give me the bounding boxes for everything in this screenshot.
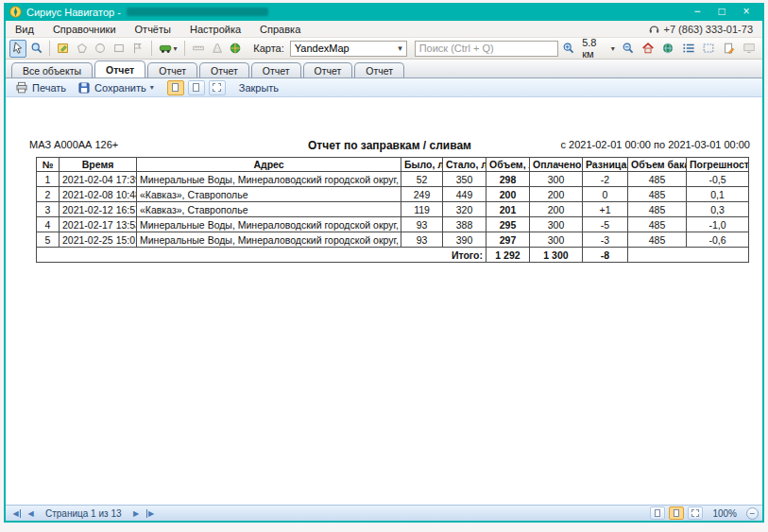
map-scale-select[interactable]: 5.8 км ▾ [580, 37, 617, 60]
zoom-whole-page-button[interactable] [669, 506, 684, 520]
menu-spravochniki[interactable]: Справочники [53, 24, 116, 35]
close-button[interactable]: × [734, 3, 759, 21]
monitor-icon [742, 42, 756, 55]
map-select[interactable]: YandexMap ▾ [290, 41, 407, 57]
col-became: Стало, л [443, 158, 486, 172]
dropdown-arrow-icon: ▾ [173, 44, 177, 53]
zoom-two-pages-button[interactable] [688, 506, 703, 520]
menu-spravka[interactable]: Справка [260, 24, 300, 35]
home-view-button[interactable] [639, 40, 657, 58]
cell-address: Минеральные Воды, Минераловодский городс… [137, 217, 401, 232]
ruler-icon [192, 42, 205, 55]
next-page-button[interactable]: ▶ [129, 507, 144, 520]
tab-report-4[interactable]: Отчет [251, 62, 301, 77]
totals-label: Итого: [37, 248, 486, 263]
support-phone: +7 (863) 333-01-73 [648, 23, 753, 35]
cell-paid: 300 [530, 232, 583, 248]
col-error: Погрешность, % [687, 158, 749, 172]
road-icon [211, 42, 224, 55]
pan-tool-button[interactable] [9, 40, 26, 58]
polygon-tool-button[interactable] [74, 40, 91, 58]
cell-became: 350 [443, 172, 486, 187]
two-pages-icon [691, 509, 699, 517]
globe-button[interactable] [659, 40, 677, 58]
map-edit-icon [57, 42, 70, 55]
cell-number: 4 [37, 217, 60, 232]
cell-was: 52 [401, 172, 443, 187]
minimize-button[interactable]: − [685, 3, 709, 21]
app-logo-icon [9, 6, 22, 18]
view-single-page-button[interactable] [167, 80, 184, 95]
tab-all-objects[interactable]: Все объекты [11, 62, 93, 77]
vehicle-menu-button[interactable]: ▾ [156, 40, 179, 58]
flag-tool-button[interactable] [129, 40, 146, 58]
previous-page-button[interactable]: ◀ [24, 507, 38, 520]
cell-tank: 485 [628, 232, 687, 248]
cell-became: 390 [443, 232, 486, 248]
ruler-tool-button[interactable] [190, 40, 207, 58]
tab-report-6[interactable]: Отчет [354, 62, 404, 77]
maximize-button[interactable]: □ [709, 3, 734, 21]
window-title-redacted [127, 8, 268, 16]
cursor-icon [11, 42, 25, 55]
edit-note-icon [723, 42, 736, 55]
save-button[interactable]: Сохранить ▾ [74, 80, 158, 95]
cell-time: 2021-02-04 17:39 [60, 172, 137, 187]
menu-nastroika[interactable]: Настройка [190, 24, 241, 35]
page-indicator: Страница 1 из 13 [45, 508, 122, 519]
search-input[interactable] [415, 41, 558, 57]
cell-address: «Кавказ», Ставрополье [137, 202, 401, 217]
page-icon [674, 509, 679, 517]
vehicle-icon [159, 42, 173, 55]
cell-was: 119 [401, 202, 443, 217]
zoom-in-button[interactable] [560, 40, 578, 58]
map-edit-button[interactable] [55, 40, 72, 58]
route-tool-button[interactable] [209, 40, 226, 58]
map-scale-value: 5.8 км [582, 37, 608, 60]
zoom-page-width-button[interactable] [650, 506, 665, 520]
cell-was: 93 [401, 217, 443, 232]
first-page-button[interactable]: ◀ [9, 507, 24, 520]
tab-report-3[interactable]: Отчет [199, 62, 249, 77]
view-fit-button[interactable] [209, 80, 226, 95]
cell-volume: 295 [486, 217, 530, 232]
cell-difference: -2 [583, 172, 628, 187]
cell-error: 0,3 [687, 202, 749, 217]
zoom-decrease-button[interactable]: − [746, 507, 759, 520]
cell-tank: 485 [628, 217, 687, 232]
menu-otchety[interactable]: Отчёты [135, 24, 171, 35]
screen-button[interactable] [741, 40, 759, 58]
close-report-button[interactable]: Закрыть [239, 82, 279, 94]
select-area-button[interactable] [700, 40, 718, 58]
circle-icon [94, 42, 107, 55]
report-vehicle: МАЗ А000АА 126+ [29, 139, 118, 150]
last-page-button[interactable]: ▶ [144, 507, 158, 520]
zoom-out-button[interactable] [619, 40, 637, 58]
cell-tank: 485 [628, 187, 687, 202]
tab-report-5[interactable]: Отчет [303, 62, 353, 77]
menu-vid[interactable]: Вид [15, 24, 34, 35]
cell-address: «Кавказ», Ставрополье [137, 187, 401, 202]
report-toolbar: Печать Сохранить ▾ Закрыть [6, 78, 762, 97]
tab-report-2[interactable]: Отчет [147, 62, 197, 77]
cell-time: 2021-02-08 10:48 [60, 187, 137, 202]
tab-report-active[interactable]: Отчет [94, 60, 145, 77]
magnifier-icon [30, 42, 43, 55]
edit-notes-button[interactable] [720, 40, 738, 58]
object-list-button[interactable] [679, 40, 697, 58]
view-continuous-button[interactable] [188, 80, 205, 95]
circle-tool-button[interactable] [93, 40, 110, 58]
geozones-button[interactable] [228, 40, 245, 58]
dropdown-arrow-icon: ▾ [398, 43, 402, 53]
cell-time: 2021-02-17 13:53 [60, 217, 137, 232]
cell-volume: 200 [486, 187, 530, 202]
title-bar: Сириус Навигатор - − □ × [4, 3, 764, 21]
print-button[interactable]: Печать [11, 80, 70, 95]
zoom-out-icon [622, 42, 635, 55]
rectangle-icon [112, 42, 126, 55]
rectangle-tool-button[interactable] [111, 40, 128, 58]
col-difference: Разница, л [583, 158, 628, 172]
zoom-level: 100% [712, 508, 737, 519]
totals-paid: 1 300 [530, 248, 583, 263]
zoom-tool-button[interactable] [28, 40, 45, 58]
